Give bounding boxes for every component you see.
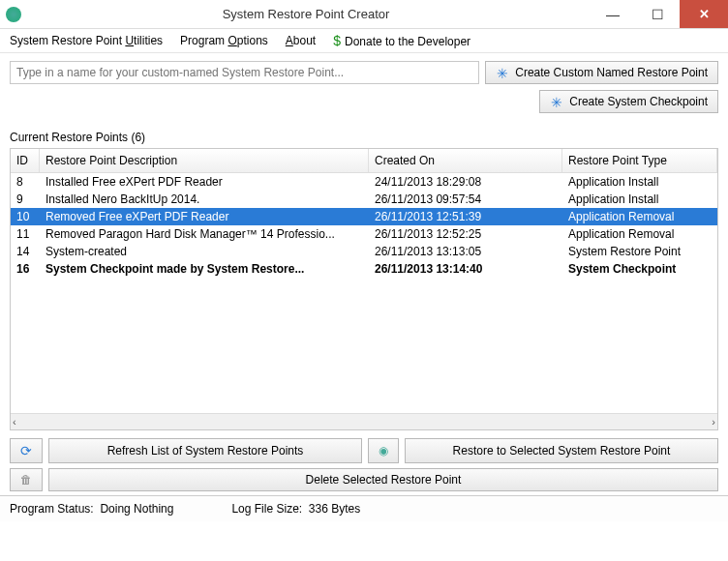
cell-date: 26/11/2013 13:14:40 xyxy=(369,261,562,277)
action-buttons: ⟳ Refresh List of System Restore Points … xyxy=(0,434,728,495)
cell-type: System Checkpoint xyxy=(562,261,717,277)
cell-date: 26/11/2013 13:13:05 xyxy=(369,244,562,259)
cell-id: 8 xyxy=(11,174,40,190)
cell-type: Application Removal xyxy=(562,209,717,224)
refresh-button[interactable]: Refresh List of System Restore Points xyxy=(48,438,362,463)
cell-id: 14 xyxy=(11,244,40,259)
cell-type: Application Install xyxy=(562,174,717,190)
cell-desc: Installed Free eXPert PDF Reader xyxy=(40,174,369,190)
cell-id: 10 xyxy=(11,209,40,224)
list-body: 8Installed Free eXPert PDF Reader24/11/2… xyxy=(11,173,717,413)
table-row[interactable]: 10Removed Free eXPert PDF Reader26/11/20… xyxy=(11,208,717,225)
refresh-icon: ⟳ xyxy=(20,443,32,458)
cell-date: 26/11/2013 12:52:25 xyxy=(369,226,562,242)
close-button[interactable]: ✕ xyxy=(680,0,728,28)
table-row[interactable]: 14System-created26/11/2013 13:13:05Syste… xyxy=(11,243,717,260)
refresh-icon-button[interactable]: ⟳ xyxy=(10,438,43,463)
table-row[interactable]: 8Installed Free eXPert PDF Reader24/11/2… xyxy=(11,173,717,191)
scroll-left-icon[interactable]: ‹ xyxy=(13,416,16,428)
menu-about[interactable]: About xyxy=(286,34,316,47)
dollar-icon: $ xyxy=(333,33,341,48)
cell-desc: Installed Nero BackItUp 2014. xyxy=(40,192,369,207)
cell-id: 16 xyxy=(11,261,40,277)
cell-id: 9 xyxy=(11,192,40,207)
cell-desc: System Checkpoint made by System Restore… xyxy=(40,261,369,277)
create-checkpoint-button[interactable]: ✳Create System Checkpoint xyxy=(539,90,718,113)
list-header: ID Restore Point Description Created On … xyxy=(11,149,717,173)
sparkle-icon: ✳ xyxy=(550,95,563,108)
trash-icon: 🗑 xyxy=(20,473,32,487)
delete-icon-button[interactable]: 🗑 xyxy=(10,468,43,491)
cell-desc: Removed Paragon Hard Disk Manager™ 14 Pr… xyxy=(40,226,369,242)
cell-type: Application Removal xyxy=(562,226,717,242)
app-icon xyxy=(6,7,21,22)
col-id[interactable]: ID xyxy=(11,149,40,172)
maximize-button[interactable]: ☐ xyxy=(635,0,680,28)
cell-id: 11 xyxy=(11,226,40,242)
table-row[interactable]: 11Removed Paragon Hard Disk Manager™ 14 … xyxy=(11,225,717,243)
cell-date: 24/11/2013 18:29:08 xyxy=(369,174,562,190)
program-status: Program Status: Doing Nothing xyxy=(10,502,173,516)
cell-desc: Removed Free eXPert PDF Reader xyxy=(40,209,369,224)
window-title: System Restore Point Creator xyxy=(21,7,591,21)
menubar: System Restore Point Utilities Program O… xyxy=(0,29,728,53)
window-controls: — ☐ ✕ xyxy=(591,0,728,28)
close-icon: ✕ xyxy=(699,7,710,21)
toolbar: ✳Create Custom Named Restore Point ✳Crea… xyxy=(0,53,728,127)
menu-donate[interactable]: $Donate to the Developer xyxy=(333,33,470,48)
sparkle-icon: ✳ xyxy=(496,66,509,79)
statusbar: Program Status: Doing Nothing Log File S… xyxy=(0,495,728,521)
log-size: Log File Size: 336 Bytes xyxy=(231,502,360,516)
restore-icon-button[interactable]: ◉ xyxy=(368,438,399,463)
restore-point-name-input[interactable] xyxy=(10,61,479,84)
col-desc[interactable]: Restore Point Description xyxy=(40,149,369,172)
cell-type: System Restore Point xyxy=(562,244,717,259)
table-row[interactable]: 16System Checkpoint made by System Resto… xyxy=(11,260,717,278)
table-row[interactable]: 9Installed Nero BackItUp 2014.26/11/2013… xyxy=(11,191,717,208)
restore-button[interactable]: Restore to Selected System Restore Point xyxy=(405,438,718,463)
menu-options[interactable]: Program Options xyxy=(180,34,268,47)
menu-utilities[interactable]: System Restore Point Utilities xyxy=(10,34,163,47)
col-type[interactable]: Restore Point Type xyxy=(562,149,717,172)
cell-date: 26/11/2013 09:57:54 xyxy=(369,192,562,207)
cell-type: Application Install xyxy=(562,192,717,207)
create-named-button[interactable]: ✳Create Custom Named Restore Point xyxy=(485,61,718,84)
titlebar: System Restore Point Creator — ☐ ✕ xyxy=(0,0,728,29)
col-date[interactable]: Created On xyxy=(369,149,562,172)
cell-date: 26/11/2013 12:51:39 xyxy=(369,209,562,224)
horizontal-scrollbar[interactable]: ‹ › xyxy=(11,413,717,429)
restore-icon: ◉ xyxy=(379,444,388,458)
scroll-right-icon[interactable]: › xyxy=(712,416,715,428)
section-label: Current Restore Points (6) xyxy=(0,127,728,146)
minimize-button[interactable]: — xyxy=(591,0,635,28)
delete-button[interactable]: Delete Selected Restore Point xyxy=(48,468,718,491)
restore-point-list: ID Restore Point Description Created On … xyxy=(10,148,718,430)
cell-desc: System-created xyxy=(40,244,369,259)
